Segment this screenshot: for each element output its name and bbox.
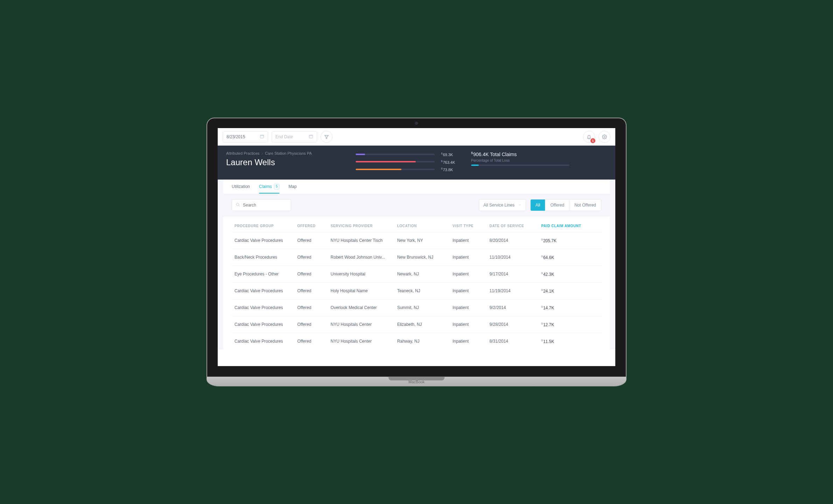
content-shell: UtilizationClaims5Map All Service Lines bbox=[218, 180, 615, 350]
cell-visit-type: Inpatient bbox=[450, 249, 487, 266]
cell-date: 9/17/2014 bbox=[487, 266, 539, 282]
table-row[interactable]: Cardiac Valve ProceduresOfferedOverlook … bbox=[232, 299, 601, 316]
cell-offered: Offered bbox=[295, 282, 328, 299]
col-visit-type[interactable]: Visit Type bbox=[450, 216, 487, 232]
cell-procedure-group: Cardiac Valve Procedures bbox=[232, 333, 295, 350]
table-row[interactable]: Cardiac Valve ProceduresOfferedNYU Hospi… bbox=[232, 232, 601, 249]
start-date-value: 8/23/2015 bbox=[226, 134, 245, 139]
cell-provider: Holy Hospital Name bbox=[328, 282, 394, 299]
cell-offered: Offered bbox=[295, 232, 328, 249]
cell-amount: $14.7K bbox=[538, 299, 601, 316]
search-icon bbox=[236, 202, 240, 208]
table-row[interactable]: Eye Procedures - OtherOfferedUniversity … bbox=[232, 266, 601, 282]
cell-location: Elizabeth, NJ bbox=[394, 316, 450, 333]
patient-header: Attributed Practices › Care Station Phys… bbox=[218, 146, 615, 180]
patient-name: Lauren Wells bbox=[226, 158, 345, 167]
tab-label: Utilization bbox=[232, 184, 250, 189]
tab-utilization[interactable]: Utilization bbox=[232, 180, 250, 193]
bar-track bbox=[356, 161, 435, 162]
col-location[interactable]: Location bbox=[394, 216, 450, 232]
breadcrumb-current[interactable]: Care Station Physicians PA bbox=[265, 151, 312, 155]
tab-label: Claims bbox=[259, 184, 272, 189]
cell-offered: Offered bbox=[295, 333, 328, 350]
col-offered[interactable]: Offered bbox=[295, 216, 328, 232]
cell-visit-type: Inpatient bbox=[450, 316, 487, 333]
service-line-select[interactable]: All Service Lines bbox=[479, 199, 526, 211]
app-screen: 8/23/2015 End Date 1 bbox=[218, 128, 615, 366]
cell-date: 8/20/2014 bbox=[487, 232, 539, 249]
cell-location: Teaneck, NJ bbox=[394, 282, 450, 299]
cell-procedure-group: Back/Neck Procedures bbox=[232, 249, 295, 266]
funnel-icon bbox=[324, 134, 329, 139]
breadcrumb-root[interactable]: Attributed Practices bbox=[226, 151, 259, 155]
cell-provider: NYU Hospitals Center bbox=[328, 316, 394, 333]
cell-provider: Overlook Medical Center bbox=[328, 299, 394, 316]
svg-point-2 bbox=[604, 136, 605, 138]
calendar-icon bbox=[309, 134, 313, 140]
tab-claims[interactable]: Claims5 bbox=[259, 180, 279, 194]
segment-not-offered[interactable]: Not Offered bbox=[569, 200, 601, 211]
cell-date: 9/2/2014 bbox=[487, 299, 539, 316]
cell-offered: Offered bbox=[295, 249, 328, 266]
cell-date: 9/28/2014 bbox=[487, 316, 539, 333]
start-date-input[interactable]: 8/23/2015 bbox=[223, 131, 268, 142]
cell-amount: $64.6K bbox=[538, 249, 601, 266]
cell-procedure-group: Cardiac Valve Procedures bbox=[232, 282, 295, 299]
total-claims-title: $906.4K Total Claims bbox=[471, 151, 569, 157]
cell-provider: NYU Hospitals Center bbox=[328, 333, 394, 350]
notifications-button[interactable]: 1 bbox=[583, 131, 595, 143]
cell-visit-type: Inpatient bbox=[450, 282, 487, 299]
cell-provider: NYU Hospitals Center Tisch bbox=[328, 232, 394, 249]
summary-bar-row: $763.4K bbox=[356, 160, 461, 164]
cell-visit-type: Inpatient bbox=[450, 333, 487, 350]
col-procedure-group[interactable]: Procedure Group bbox=[232, 216, 295, 232]
breadcrumb: Attributed Practices › Care Station Phys… bbox=[226, 151, 345, 155]
cell-procedure-group: Eye Procedures - Other bbox=[232, 266, 295, 282]
calendar-icon bbox=[260, 134, 264, 140]
cell-offered: Offered bbox=[295, 266, 328, 282]
top-toolbar: 8/23/2015 End Date 1 bbox=[218, 128, 615, 146]
cell-offered: Offered bbox=[295, 316, 328, 333]
segment-all[interactable]: All bbox=[531, 200, 545, 211]
summary-bars: $69.3K$763.4K$73.8K bbox=[356, 151, 461, 172]
svg-point-3 bbox=[236, 203, 239, 206]
cell-procedure-group: Cardiac Valve Procedures bbox=[232, 232, 295, 249]
chevron-down-icon bbox=[518, 203, 522, 208]
col-date-of-service[interactable]: Date of Service bbox=[487, 216, 539, 232]
search-input[interactable] bbox=[232, 199, 291, 211]
total-claims-block: $906.4K Total Claims Percentage of Total… bbox=[471, 151, 569, 166]
table-row[interactable]: Cardiac Valve ProceduresOfferedNYU Hospi… bbox=[232, 333, 601, 350]
bar-track bbox=[356, 154, 435, 155]
settings-button[interactable] bbox=[598, 131, 610, 143]
cell-location: New Brunswick, NJ bbox=[394, 249, 450, 266]
search-field[interactable] bbox=[243, 203, 295, 208]
tabs-bar: UtilizationClaims5Map bbox=[223, 180, 610, 194]
bar-value: $69.3K bbox=[441, 152, 461, 157]
segment-offered[interactable]: Offered bbox=[545, 200, 569, 211]
table-row[interactable]: Cardiac Valve ProceduresOfferedHoly Hosp… bbox=[232, 282, 601, 299]
cell-location: Rahway, NJ bbox=[394, 333, 450, 350]
table-row[interactable]: Cardiac Valve ProceduresOfferedNYU Hospi… bbox=[232, 316, 601, 333]
bar-value: $763.4K bbox=[441, 160, 461, 164]
cell-location: Newark, NJ bbox=[394, 266, 450, 282]
service-line-value: All Service Lines bbox=[483, 203, 514, 208]
tab-label: Map bbox=[288, 184, 296, 189]
col-paid-claim-amount[interactable]: Paid Claim Amount bbox=[538, 216, 601, 232]
total-claims-bar bbox=[471, 164, 569, 166]
cell-visit-type: Inpatient bbox=[450, 232, 487, 249]
filter-row: All Service Lines AllOfferedNot Offered bbox=[223, 194, 610, 216]
offered-filter-group: AllOfferedNot Offered bbox=[530, 199, 601, 211]
end-date-input[interactable]: End Date bbox=[272, 131, 317, 142]
summary-bar-row: $73.8K bbox=[356, 167, 461, 172]
col-servicing-provider[interactable]: Servicing Provider bbox=[328, 216, 394, 232]
bell-icon bbox=[587, 134, 592, 139]
cell-location: Summit, NJ bbox=[394, 299, 450, 316]
filter-button[interactable] bbox=[321, 131, 332, 143]
end-date-placeholder: End Date bbox=[275, 134, 293, 139]
bar-track bbox=[356, 169, 435, 170]
laptop-bezel: 8/23/2015 End Date 1 bbox=[206, 118, 626, 377]
tab-count: 5 bbox=[274, 184, 280, 189]
tab-map[interactable]: Map bbox=[288, 180, 296, 193]
cell-amount: $12.7K bbox=[538, 316, 601, 333]
table-row[interactable]: Back/Neck ProceduresOfferedRobert Wood J… bbox=[232, 249, 601, 266]
